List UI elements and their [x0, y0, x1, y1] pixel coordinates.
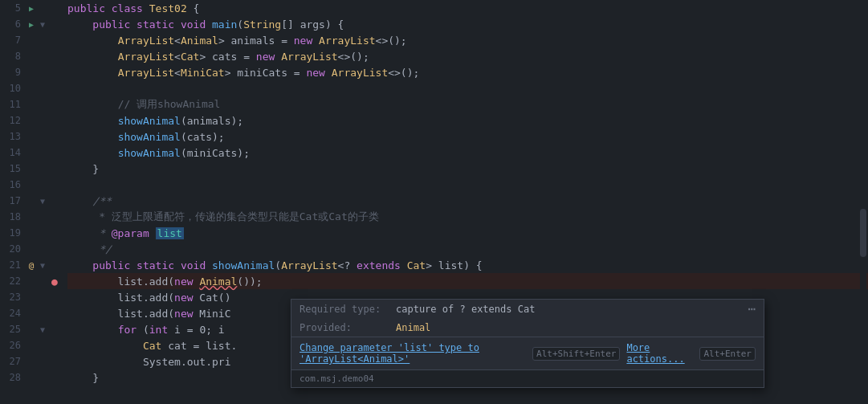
- scrollbar-thumb[interactable]: [860, 209, 866, 257]
- more-actions-shortcut: Alt+Enter: [699, 347, 756, 361]
- run-arrow-6[interactable]: ▶: [26, 20, 37, 29]
- line-number-18: 18: [0, 211, 26, 222]
- comment: // 调用showAnimal: [118, 97, 221, 112]
- gutter-line-7: 7: [0, 32, 64, 48]
- code-line-12: showAnimal(animals);: [67, 112, 868, 129]
- gutter-line-26: 26: [0, 337, 64, 353]
- type: ArrayList: [332, 67, 388, 79]
- line-number-15: 15: [0, 163, 26, 174]
- gutter-line-19: 19: [0, 225, 64, 241]
- gutter: 5 ▶ 6 ▶ ▼ 7 8 9: [0, 0, 64, 404]
- gutter-line-22: 22 ●: [0, 273, 64, 289]
- line-number-27: 27: [0, 356, 26, 367]
- code-line-7: ArrayList<Animal> animals = new ArrayLis…: [67, 32, 868, 48]
- provided-value: Animal: [396, 322, 430, 333]
- popup-footer: com.msj.demo04: [291, 369, 764, 387]
- function-name: showAnimal: [212, 259, 275, 271]
- line-number-14: 14: [0, 147, 26, 158]
- keyword: new: [306, 67, 324, 79]
- gutter-line-13: 13: [0, 129, 64, 145]
- required-label: Required type:: [300, 304, 396, 315]
- fold-6[interactable]: ▼: [37, 20, 48, 29]
- code-line-10: [67, 80, 868, 96]
- code-line-13: showAnimal(cats);: [67, 129, 868, 145]
- type: ArrayList: [281, 51, 337, 63]
- keyword: new: [256, 51, 275, 63]
- gutter-line-12: 12: [0, 112, 64, 129]
- line-number-12: 12: [0, 115, 26, 126]
- error-icon-22[interactable]: ●: [48, 275, 61, 288]
- required-value: capture of ? extends Cat: [396, 304, 535, 315]
- provided-label: Provided:: [300, 322, 396, 333]
- comment: */: [99, 243, 112, 255]
- action-link[interactable]: Change parameter 'list' type to 'ArrayLi…: [300, 342, 526, 365]
- comment: *: [99, 227, 112, 239]
- line-number-5: 5: [0, 2, 26, 14]
- function-name: showAnimal: [118, 131, 181, 143]
- line-number-22: 22: [0, 275, 26, 287]
- type: Cat: [143, 340, 161, 352]
- gutter-line-9: 9: [0, 64, 64, 80]
- gutter-line-10: 10: [0, 80, 64, 96]
- type: MiniCat: [181, 67, 225, 79]
- keyword: public: [67, 2, 105, 14]
- code-line-14: showAnimal(miniCats);: [67, 145, 868, 161]
- line-number-21: 21: [0, 259, 26, 271]
- fold-21[interactable]: ▼: [37, 261, 48, 270]
- type: Cat: [407, 259, 426, 271]
- footer-text: com.msj.demo04: [300, 373, 374, 384]
- action-shortcut: Alt+Shift+Enter: [532, 347, 620, 361]
- fold-25[interactable]: ▼: [37, 325, 48, 334]
- gutter-line-25: 25 ▼: [0, 321, 64, 337]
- code-line-22: list.add(new Animal());: [67, 273, 868, 289]
- error-popup: Required type: capture of ? extends Cat …: [291, 299, 764, 388]
- gutter-line-27: 27: [0, 353, 64, 369]
- keyword: new: [174, 275, 193, 288]
- function-name: main: [212, 18, 237, 31]
- type: ArrayList: [118, 67, 174, 79]
- keyword: new: [174, 308, 193, 320]
- gutter-line-14: 14: [0, 145, 64, 161]
- more-actions-link[interactable]: More actions...: [626, 342, 693, 365]
- scrollbar-track: [860, 0, 866, 404]
- type: ArrayList: [118, 51, 174, 63]
- code-line-11: // 调用showAnimal: [67, 96, 868, 112]
- line-number-17: 17: [0, 195, 26, 206]
- line-number-19: 19: [0, 227, 26, 239]
- line-number-10: 10: [0, 83, 26, 94]
- gutter-line-24: 24: [0, 305, 64, 321]
- line-number-28: 28: [0, 372, 26, 383]
- gutter-line-20: 20: [0, 241, 64, 257]
- gutter-line-18: 18: [0, 209, 64, 225]
- run-arrow-5[interactable]: ▶: [26, 4, 37, 13]
- line-number-6: 6: [0, 18, 26, 30]
- line-number-25: 25: [0, 324, 26, 335]
- keyword: static: [137, 18, 174, 31]
- code-line-8: ArrayList<Cat> cats = new ArrayList<>();: [67, 48, 868, 64]
- gutter-line-8: 8: [0, 48, 64, 64]
- class-name: Test02: [149, 2, 187, 14]
- param-tag: @param: [112, 227, 149, 239]
- popup-provided-row: Provided: Animal: [291, 319, 764, 337]
- popup-action-row: Change parameter 'list' type to 'ArrayLi…: [291, 337, 764, 369]
- gutter-line-16: 16: [0, 177, 64, 193]
- keyword: public: [92, 259, 130, 271]
- type: ArrayList: [319, 35, 375, 47]
- line-number-23: 23: [0, 292, 26, 303]
- line-number-11: 11: [0, 99, 26, 110]
- type-error: Animal: [199, 275, 237, 288]
- gutter-line-17: 17 ▼: [0, 193, 64, 209]
- gutter-line-5: 5 ▶: [0, 0, 64, 16]
- line-number-20: 20: [0, 243, 26, 255]
- popup-menu-button[interactable]: ⋯: [748, 303, 756, 316]
- keyword: void: [181, 259, 206, 271]
- code-line-9: ArrayList<MiniCat> miniCats = new ArrayL…: [67, 64, 868, 80]
- gutter-line-28: 28: [0, 369, 64, 386]
- comment: * 泛型上限通配符，传递的集合类型只能是Cat或Cat的子类: [99, 210, 379, 224]
- line-number-8: 8: [0, 51, 26, 62]
- type: ArrayList: [281, 259, 337, 271]
- code-line-5: public class Test02 {: [67, 0, 868, 16]
- keyword: void: [181, 18, 206, 31]
- fold-17[interactable]: ▼: [37, 197, 48, 206]
- type: String: [243, 18, 281, 31]
